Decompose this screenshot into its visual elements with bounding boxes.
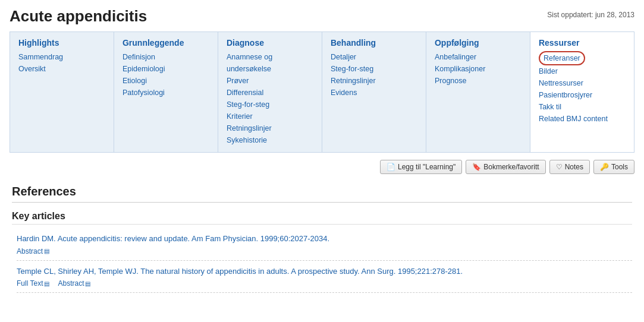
nav-link-steg-beh[interactable]: Steg-for-steg [331,63,417,75]
abstract-label-1: Abstract [17,247,43,255]
reference-item-2: Temple CL, Shirley AH, Temple WJ. The na… [17,261,632,293]
bookmark-label: Bokmerke/favoritt [483,163,539,171]
nav-header-ressurser[interactable]: Ressurser [539,38,626,48]
nav-link-anbefalinger[interactable]: Anbefalinger [435,51,522,63]
nav-link-bilder[interactable]: Bilder [539,65,626,77]
nav-link-definisjon[interactable]: Definisjon [122,51,209,63]
bookmark-icon: 🔖 [472,163,481,171]
tools-icon: 🔑 [600,163,609,171]
ext-icon-1: ▤ [44,248,49,254]
nav-table: Highlights Sammendrag Oversikt Grunnlegg… [10,31,634,153]
nav-link-sykehistorie[interactable]: Sykehistorie [227,134,313,146]
reference-links-1: Abstract ▤ [17,247,632,255]
nav-link-retningslinjer-diag[interactable]: Retningslinjer [227,122,313,134]
ext-icon-2a: ▤ [44,280,49,287]
nav-link-detaljer[interactable]: Detaljer [331,51,417,63]
nav-header-highlights[interactable]: Highlights [18,38,105,48]
nav-link-referanser[interactable]: Referanser [539,51,585,65]
fulltext-label-2: Full Text [17,279,43,288]
reference-links-2: Full Text ▤ Abstract ▤ [17,279,632,288]
abstract-link-2[interactable]: Abstract ▤ [58,279,90,288]
learning-icon: 📄 [387,163,395,171]
nav-col-behandling: Behandling Detaljer Steg-for-steg Retnin… [322,32,426,153]
nav-link-komplikasjoner[interactable]: Komplikasjoner [435,63,522,75]
nav-header-oppfolging[interactable]: Oppfølging [435,38,522,48]
nav-link-kriterier[interactable]: Kriterier [227,111,313,122]
nav-link-prover[interactable]: Prøver [227,75,313,87]
abstract-link-1[interactable]: Abstract ▤ [17,247,49,255]
nav-col-grunnleggende: Grunnleggende Definisjon Epidemiologi Et… [114,32,218,153]
nav-link-oversikt[interactable]: Oversikt [18,63,105,75]
last-updated: Sist oppdatert: jun 28, 2013 [547,11,634,19]
nav-header-diagnose[interactable]: Diagnose [227,38,313,48]
fulltext-link-2[interactable]: Full Text ▤ [17,279,49,288]
nav-link-steg-diagnose[interactable]: Steg-for-steg [227,99,313,111]
nav-link-retningslinjer-beh[interactable]: Retningslinjer [331,75,417,87]
page-wrapper: Acute appendicitis Sist oppdatert: jun 2… [0,0,644,300]
learning-button[interactable]: 📄 Legg til "Learning" [380,160,462,174]
nav-link-prognose[interactable]: Prognose [435,75,522,87]
notes-button[interactable]: ♡ Notes [549,160,590,174]
nav-col-diagnose: Diagnose Anamnese og undersøkelse Prøver… [218,32,322,153]
tools-button[interactable]: 🔑 Tools [593,160,634,174]
nav-link-related-bmj[interactable]: Related BMJ content [539,113,626,125]
nav-header-grunnleggende[interactable]: Grunnleggende [122,38,209,48]
reference-text-2: Temple CL, Shirley AH, Temple WJ. The na… [17,266,632,277]
notes-label: Notes [565,163,583,171]
learning-label: Legg til "Learning" [398,163,455,171]
nav-link-sammendrag[interactable]: Sammendrag [18,51,105,63]
nav-link-epidemiologi[interactable]: Epidemiologi [122,63,209,75]
reference-text-1: Hardin DM. Acute appendicitis: review an… [17,233,632,245]
nav-link-anamnese[interactable]: Anamnese og undersøkelse [227,51,313,75]
content-area: References Key articles Hardin DM. Acute… [10,185,634,293]
nav-link-evidens[interactable]: Evidens [331,87,417,99]
bookmark-button[interactable]: 🔖 Bokmerke/favoritt [466,160,545,174]
nav-link-etiologi[interactable]: Etiologi [122,75,209,87]
reference-item-1: Hardin DM. Acute appendicitis: review an… [17,228,632,261]
nav-link-patofysiologi[interactable]: Patofysiologi [122,87,209,99]
page-title: Acute appendicitis [10,7,147,26]
subsection-title: Key articles [12,211,632,225]
nav-link-differensial[interactable]: Differensial [227,87,313,99]
section-title: References [12,185,632,203]
tools-label: Tools [611,163,628,171]
page-header: Acute appendicitis Sist oppdatert: jun 2… [10,7,634,26]
nav-col-oppfolging: Oppfølging Anbefalinger Komplikasjoner P… [426,32,530,153]
notes-icon: ♡ [556,163,563,171]
nav-row: Highlights Sammendrag Oversikt Grunnlegg… [10,32,634,153]
nav-link-pasientbrosjyrer[interactable]: Pasientbrosjyrer [539,89,626,101]
nav-link-nettressurser[interactable]: Nettressurser [539,77,626,89]
nav-col-highlights: Highlights Sammendrag Oversikt [10,32,114,153]
nav-link-takktil[interactable]: Takk til [539,101,626,113]
toolbar: 📄 Legg til "Learning" 🔖 Bokmerke/favorit… [10,157,634,176]
ext-icon-2b: ▤ [85,280,90,287]
nav-header-behandling[interactable]: Behandling [331,38,417,48]
abstract-label-2: Abstract [58,279,84,288]
nav-col-ressurser: Ressurser Referanser Bilder Nettressurse… [530,32,634,153]
